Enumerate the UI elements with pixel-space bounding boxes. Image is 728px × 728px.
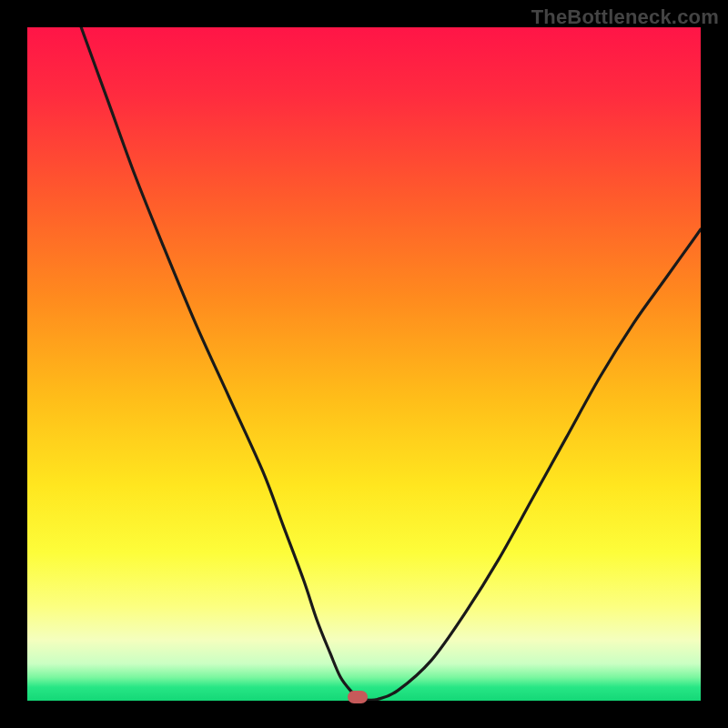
plot-area	[27, 27, 701, 701]
curve-path	[81, 27, 701, 700]
watermark-text: TheBottleneck.com	[531, 5, 719, 29]
optimal-point-marker	[348, 691, 368, 703]
bottleneck-curve	[27, 27, 701, 701]
chart-frame: TheBottleneck.com	[0, 0, 728, 728]
